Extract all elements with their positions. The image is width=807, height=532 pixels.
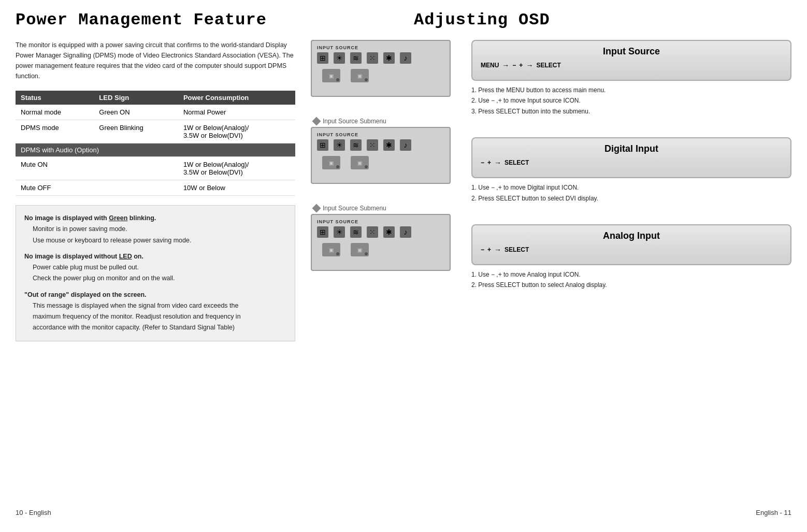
note-paragraph-2: No image is displayed without LED on. Po… (24, 251, 286, 284)
mini-icon-text-r1: ▣ (357, 73, 362, 79)
input-source-section: Input Source MENU → − + → SELECT 1 (471, 40, 791, 117)
analog-input-section: Analog Input − + → SELECT 1. Use − ,+ to… (471, 224, 791, 291)
mini-icon-text-3: ▣ (329, 247, 334, 253)
input-source-nav: MENU → − + → SELECT (481, 61, 782, 69)
note-indent-1b: Use mouse or keyboard to release power s… (24, 237, 191, 244)
analog-plus: + (487, 246, 491, 253)
table-row: Mute OFF 10W or Below (16, 180, 295, 196)
right-title: Adjusting OSD (393, 10, 791, 30)
desc-section: Input Source MENU → − + → SELECT 1 (471, 40, 791, 291)
submenu-label-text-2: Input Source Submenu (323, 118, 386, 125)
footer-left: 10 - English (16, 509, 51, 516)
footer-right: English - 11 (756, 509, 791, 516)
note-indent-3c: accordance with the monitor capacity. (R… (24, 324, 235, 331)
top-titles: Power Management Feature Adjusting OSD (16, 10, 791, 30)
analog-select: SELECT (505, 246, 529, 253)
instruction-1-1: 1. Press the MENU button to access main … (471, 85, 791, 95)
icon-row-3: ⊞ ☀ ≋ ⁙ ✱ ♪ (317, 226, 444, 238)
digital-select: SELECT (505, 159, 529, 166)
analog-input-title: Analog Input (481, 231, 782, 241)
analog-arrow: → (494, 246, 501, 254)
dots-icon-1: ⁙ (367, 52, 378, 64)
osd-block-2: Input Source Submenu INPUT SOURCE ⊞ ☀ ≋ … (311, 118, 461, 184)
mini-dot-r1 (365, 78, 368, 81)
mini-icon-right-1: ▣ (351, 69, 369, 82)
digital-minus: − (481, 159, 484, 166)
monitor-screen-1: INPUT SOURCE ⊞ ☀ ≋ ⁙ ✱ ♪ ▣ (311, 40, 451, 97)
cell-power-4: 10W or Below (178, 180, 295, 196)
note-bold-3: "Out of range" displayed on the screen. (24, 291, 147, 298)
note-box: No image is displayed with Green blinkin… (16, 205, 295, 341)
gear-icon-2: ✱ (383, 139, 395, 151)
input-source-instructions: 1. Press the MENU button to access main … (471, 85, 791, 117)
mini-dot-r2 (365, 165, 368, 168)
monitor-screen-2: INPUT SOURCE ⊞ ☀ ≋ ⁙ ✱ ♪ ▣ (311, 127, 451, 184)
arrow-1: → (502, 61, 509, 69)
instruction-3-1: 1. Use − ,+ to move Analog input ICON. (471, 269, 791, 280)
section-header-cell: DPMS with Audio (Option) (16, 143, 295, 157)
mini-dot-3 (336, 252, 339, 255)
mini-icon-box-left-1: ▣ (322, 69, 340, 82)
input-source-card: Input Source MENU → − + → SELECT (471, 40, 791, 81)
instruction-2-2: 2. Press SELECT button to select DVI dis… (471, 193, 791, 204)
cell-led-2: Green Blinking (94, 120, 178, 143)
osd-block-1: INPUT SOURCE ⊞ ☀ ≋ ⁙ ✱ ♪ ▣ (311, 40, 461, 97)
submenu-label-2: Input Source Submenu (311, 118, 461, 125)
screen-label-1: INPUT SOURCE (317, 45, 444, 50)
dots-icon-3: ⁙ (367, 226, 378, 238)
note-indent-2a: Power cable plug must be pulled out. (24, 264, 139, 271)
mini-dot-2 (336, 165, 339, 168)
mini-icon-box-right-3: ▣ (351, 243, 369, 256)
arrow-2: → (526, 61, 533, 69)
wave-icon-1: ≋ (350, 52, 362, 64)
table-section-header: DPMS with Audio (Option) (16, 143, 295, 157)
cell-power-2: 1W or Below(Analog)/3.5W or Below(DVI) (178, 120, 295, 143)
analog-minus: − (481, 246, 484, 253)
gear-icon-1: ✱ (383, 52, 395, 64)
mini-icon-right-2: ▣ (351, 156, 369, 169)
mini-icon-right-3: ▣ (351, 243, 369, 256)
mini-icon-box-left-2: ▣ (322, 156, 340, 169)
note-indent-2b: Check the power plug on monitor and on t… (24, 275, 175, 282)
plus-label: + (519, 62, 523, 69)
sun-icon-1: ☀ (334, 52, 345, 64)
mini-icon-box-left-3: ▣ (322, 243, 340, 256)
input-source-title: Input Source (481, 46, 782, 57)
page-footer: 10 - English English - 11 (16, 504, 791, 516)
digital-input-title: Digital Input (481, 143, 782, 154)
mini-icon-text-1: ▣ (329, 73, 334, 79)
monitor-icon-3: ⊞ (317, 226, 328, 238)
mini-icon-text-r2: ▣ (357, 160, 362, 166)
gear-icon-3: ✱ (383, 226, 395, 238)
note-indent-3b: maximum frequency of the monitor. Readju… (24, 313, 241, 320)
col-header-led: LED Sign (94, 91, 178, 105)
digital-arrow: → (494, 159, 501, 167)
screen-bottom-2: ▣ ▣ (317, 156, 444, 169)
screen-bottom-3: ▣ ▣ (317, 243, 444, 256)
col-header-power: Power Consumption (178, 91, 295, 105)
cell-status-2: DPMS mode (16, 120, 94, 143)
osd-descriptions-column: Input Source MENU → − + → SELECT 1 (461, 40, 791, 504)
cell-power-1: Normal Power (178, 105, 295, 120)
note-bold-2: No image is displayed without LED on. (24, 253, 143, 260)
screen-label-2: INPUT SOURCE (317, 132, 444, 137)
note-paragraph-1: No image is displayed with Green blinkin… (24, 213, 286, 246)
cell-led-3 (94, 157, 178, 180)
monitor-screen-3: INPUT SOURCE ⊞ ☀ ≋ ⁙ ✱ ♪ ▣ (311, 214, 451, 271)
cell-status-3: Mute ON (16, 157, 94, 180)
osd-screens-column: INPUT SOURCE ⊞ ☀ ≋ ⁙ ✱ ♪ ▣ (311, 40, 461, 504)
mini-icon-left-2: ▣ (322, 156, 340, 169)
instruction-2-1: 1. Use − ,+ to move Digital input ICON. (471, 182, 791, 193)
analog-input-instructions: 1. Use − ,+ to move Analog input ICON. 2… (471, 269, 791, 291)
page: Power Management Feature Adjusting OSD T… (0, 0, 807, 532)
mini-icon-box-right-1: ▣ (351, 69, 369, 82)
instruction-1-2: 2. Use − ,+ to move Input source ICON. (471, 95, 791, 106)
note-bold-1: No image is displayed with Green blinkin… (24, 214, 156, 222)
diamond-icon-2 (312, 117, 321, 126)
submenu-label-3: Input Source Submenu (311, 205, 461, 212)
intro-paragraph: The monitor is equipped with a power sav… (16, 40, 295, 81)
minus-label: − (512, 62, 516, 69)
sound-icon-2: ♪ (400, 139, 411, 151)
diamond-icon-3 (312, 204, 321, 213)
dots-icon-2: ⁙ (367, 139, 378, 151)
